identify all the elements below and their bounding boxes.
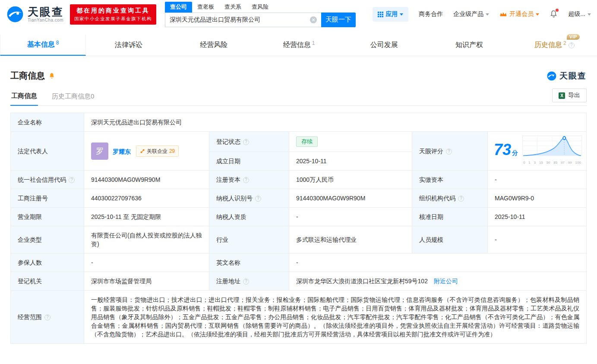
field-value-company-name: 深圳天元优品进出口贸易有限公司	[84, 113, 587, 132]
table-row: 登记机关 深圳市市场监督管理局 注册地址? 深圳市龙华区大浪街道浪口社区宝龙新村…	[11, 272, 587, 291]
score-distribution-chart: 0131550859799100	[522, 136, 582, 167]
field-value-business-term: 2025-10-11 至 无固定期限	[84, 208, 209, 226]
search-tab-boss[interactable]: 查老板	[192, 2, 219, 13]
help-icon[interactable]: ?	[44, 314, 51, 320]
subtab-business-info[interactable]: 工商信息	[10, 92, 38, 106]
tianyancha-logo-icon	[6, 5, 24, 23]
field-value-taxpayer-quality: -	[289, 208, 412, 226]
field-label-reg-capital: 注册资本?	[209, 171, 289, 189]
field-value-reg-status: 存续	[289, 132, 412, 152]
field-value-business-scope: 一般经营项目：货物进出口；技术进出口；进出口代理；报关业务；报检业务；国际船舶代…	[84, 291, 587, 344]
field-label-company-type: 企业类型	[11, 226, 84, 253]
slogan-line2: 国家中小企业发展子基金旗下机构	[74, 16, 152, 22]
field-label-score: 天眼评分?	[412, 132, 488, 171]
table-row: 参保人数 - 英文名称 -	[11, 253, 587, 272]
table-row: 统一社会信用代码? 91440300MAG0W9R90M 注册资本? 1000万…	[11, 171, 587, 189]
subtab-history-business-info[interactable]: 历史工商信息0	[51, 92, 95, 105]
tianyancha-watermark: 天眼查	[546, 70, 587, 82]
search-row: ✕ 天眼一下	[165, 13, 356, 27]
apps-button[interactable]: 应用	[373, 7, 408, 22]
help-icon[interactable]: ?	[255, 196, 261, 202]
table-row: 企业名称 深圳天元优品进出口贸易有限公司	[11, 113, 587, 132]
company-detail-tabs: 基本信息 8 法律诉讼 经营风险 经营信息 1 公司发展 知识产权 VIP 历史…	[0, 35, 597, 56]
section-header: 工商信息 天眼查	[10, 70, 587, 82]
vip-badge: VIP	[567, 34, 580, 40]
field-value-insured-count: -	[84, 253, 209, 272]
help-icon[interactable]: ?	[69, 177, 75, 183]
search-button[interactable]: 天眼一下	[321, 13, 356, 27]
related-companies-pill[interactable]: 关联企业 29	[136, 146, 179, 157]
tab-operation-info[interactable]: 经营信息 1	[256, 35, 341, 56]
main-content: 工商信息 天眼查 工商信息 历史工商信息0 X 导出	[0, 56, 597, 344]
tianyancha-logo-icon	[546, 71, 557, 81]
field-value-reg-address: 深圳市龙华区大浪街道浪口社区宝龙新村59号102 附近公司	[289, 272, 587, 291]
tab-label: 知识产权	[455, 41, 483, 50]
subscribe-bell-icon[interactable]	[48, 72, 55, 79]
clear-search-icon[interactable]: ✕	[310, 16, 317, 23]
tab-history-info[interactable]: VIP 历史信息 2 ?	[512, 35, 597, 56]
section-title: 工商信息	[10, 70, 45, 82]
notification-dot	[556, 9, 559, 12]
field-label-credit-code: 统一社会信用代码?	[11, 171, 84, 189]
legal-rep-name-link[interactable]: 罗耀东	[113, 148, 131, 155]
network-icon	[140, 149, 145, 154]
field-label-business-scope: 经营范围?	[11, 291, 84, 344]
business-cooperation-link[interactable]: 商务合作	[419, 10, 443, 18]
logo-subtitle: TianYanCha.com	[28, 18, 64, 22]
help-icon[interactable]: ?	[243, 139, 249, 145]
legal-rep-avatar[interactable]: 罗	[91, 142, 108, 160]
enterprise-product-menu[interactable]: 企业级产品	[453, 10, 489, 18]
tab-basic-info[interactable]: 基本信息 8	[0, 35, 86, 56]
tab-count: 2	[563, 40, 566, 46]
chevron-down-icon	[588, 13, 591, 17]
nearby-companies-link[interactable]: 附近公司	[434, 278, 458, 285]
table-row: 经营范围? 一般经营项目：货物进出口；技术进出口；进出口代理；报关业务；报检业务…	[11, 291, 587, 344]
search-tab-company[interactable]: 查公司	[165, 2, 192, 13]
tab-label: 经营信息	[283, 41, 311, 50]
help-icon[interactable]: ?	[446, 149, 452, 155]
field-value-staff-size: -	[488, 226, 587, 253]
notifications-bell[interactable]	[550, 9, 558, 19]
chevron-down-icon	[400, 13, 403, 17]
tab-label: 公司发展	[370, 41, 398, 50]
help-icon[interactable]: ?	[243, 279, 249, 285]
help-icon[interactable]: ?	[569, 42, 575, 48]
help-icon[interactable]: ?	[243, 177, 249, 183]
search-input[interactable]	[170, 16, 310, 23]
search-tabs: 查公司 查老板 查关系 查风险	[165, 2, 356, 13]
help-icon[interactable]: ?	[458, 196, 464, 202]
enterprise-product-label: 企业级产品	[453, 10, 483, 18]
table-row: 企业类型 有限责任公司(自然人投资或控股的法人独资) 行业 多式联运和运输代理业…	[11, 226, 587, 253]
field-value-credit-code: 91440300MAG0W9R90M	[84, 171, 209, 189]
tab-legal-litigation[interactable]: 法律诉讼	[86, 35, 171, 56]
field-label-reg-authority: 登记机关	[11, 272, 84, 291]
score-axis-ticks: 0131550859799100	[522, 158, 582, 167]
tab-intellectual-property[interactable]: 知识产权	[426, 35, 512, 56]
field-value-approval-date: 2025-10-11	[488, 208, 587, 226]
field-label-legal-rep: 法定代表人	[11, 132, 84, 171]
field-value-paid-capital: -	[488, 171, 587, 189]
field-value-legal-rep: 罗 罗耀东 关联企业 29	[84, 132, 209, 171]
score-value: 73分	[494, 146, 518, 157]
export-label: 导出	[568, 92, 580, 99]
open-membership-button[interactable]: 开通会员	[499, 10, 539, 18]
tianyancha-logo[interactable]: 天眼查 TianYanCha.com	[6, 5, 64, 23]
tab-operation-risk[interactable]: 经营风险	[171, 35, 256, 56]
search-tab-relation[interactable]: 查关系	[219, 2, 246, 13]
field-value-industry: 多式联运和运输代理业	[289, 226, 412, 253]
logo-text: 天眼查 TianYanCha.com	[28, 6, 64, 22]
related-companies-label: 关联企业	[147, 147, 167, 155]
tab-label: 法律诉讼	[115, 41, 142, 50]
tab-company-development[interactable]: 公司发展	[341, 35, 426, 56]
status-badge: 存续	[296, 136, 318, 147]
crown-icon	[499, 11, 507, 17]
export-button[interactable]: X 导出	[552, 89, 587, 102]
user-menu[interactable]: 超级...	[568, 10, 591, 18]
search-tab-risk[interactable]: 查风险	[246, 2, 274, 13]
field-label-org-code: 组织机构代码?	[412, 189, 488, 208]
field-value-company-type: 有限责任公司(自然人投资或控股的法人独资)	[84, 226, 209, 253]
field-label-reg-status: 登记状态?	[209, 132, 289, 152]
field-label-taxpayer-quality: 纳税人资质	[209, 208, 289, 226]
field-label-staff-size: 人员规模	[412, 226, 488, 253]
tab-label: 经营风险	[200, 41, 227, 50]
